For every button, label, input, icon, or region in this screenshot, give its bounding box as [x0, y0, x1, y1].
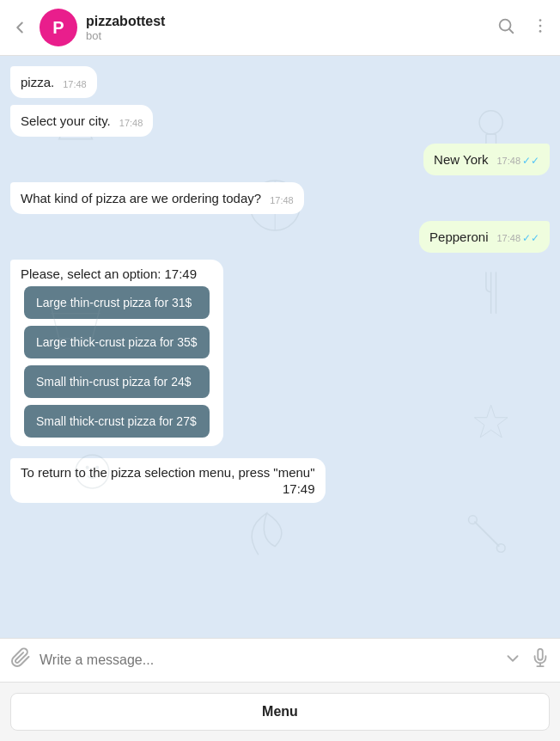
message-text: pizza.	[21, 73, 54, 91]
options-message-row: Please, select an option: 17:49 Large th…	[10, 260, 550, 451]
svg-point-2	[539, 19, 542, 21]
received-bubble: What kind of pizza are we ordering today…	[10, 182, 304, 214]
svg-point-4	[539, 30, 542, 33]
return-message-row: To return to the pizza selection menu, p…	[10, 458, 550, 510]
svg-point-19	[496, 544, 505, 553]
avatar: P	[40, 9, 77, 46]
search-icon[interactable]	[496, 16, 515, 40]
message-input[interactable]	[40, 652, 495, 668]
message-input-area	[0, 638, 560, 682]
menu-bar: Menu	[0, 682, 560, 741]
message-time: 17:48	[270, 194, 294, 207]
svg-point-18	[469, 516, 478, 524]
options-block: Please, select an option: 17:49 Large th…	[10, 260, 223, 446]
sent-bubble: New York 17:48 ✓✓	[423, 144, 550, 175]
chat-messages: pizza. 17:48 Select your city. 17:48 New…	[0, 56, 560, 638]
message-text: What kind of pizza are we ordering today…	[21, 189, 261, 207]
options-header-text: Please, select an option:	[21, 266, 161, 281]
message-text: New York	[434, 150, 488, 168]
read-checkmarks: ✓✓	[522, 231, 539, 246]
option-button-2[interactable]: Large thick-crust pizza for 35$	[24, 326, 210, 358]
back-button[interactable]	[10, 18, 29, 37]
svg-point-0	[500, 19, 511, 30]
received-bubble: Select your city. 17:48	[10, 105, 153, 137]
contact-subtitle: bot	[86, 29, 496, 42]
message-time: 17:48 ✓✓	[496, 154, 539, 168]
message-time: 17:48	[63, 78, 87, 91]
return-message-text: To return to the pizza selection menu, p…	[21, 465, 315, 480]
contact-name: pizzabottest	[86, 14, 496, 29]
options-buttons: Large thin-crust pizza for 31$ Large thi…	[10, 285, 223, 446]
options-header: Please, select an option: 17:49	[10, 260, 223, 285]
sent-bubble: Pepperoni 17:48 ✓✓	[419, 221, 550, 253]
read-checkmarks: ✓✓	[522, 154, 539, 168]
attach-icon[interactable]	[10, 647, 31, 673]
contact-info: pizzabottest bot	[86, 14, 496, 42]
option-button-1[interactable]: Large thin-crust pizza for 31$	[24, 286, 210, 319]
chat-header: P pizzabottest bot	[0, 0, 560, 56]
message-time: 17:48 ✓✓	[496, 231, 539, 246]
message-row: Select your city. 17:48	[10, 105, 550, 137]
header-actions	[496, 16, 550, 40]
return-bubble: To return to the pizza selection menu, p…	[10, 458, 326, 503]
message-row: What kind of pizza are we ordering today…	[10, 182, 550, 214]
svg-point-3	[539, 24, 542, 27]
received-bubble: pizza. 17:48	[10, 66, 97, 98]
message-text: Pepperoni	[429, 228, 488, 246]
return-message-time: 17:49	[283, 481, 315, 496]
message-row: New York 17:48 ✓✓	[10, 144, 550, 175]
menu-button[interactable]: Menu	[10, 693, 550, 731]
mic-icon[interactable]	[531, 648, 550, 672]
svg-line-1	[509, 29, 513, 33]
option-button-3[interactable]: Small thin-crust pizza for 24$	[24, 365, 210, 398]
option-button-4[interactable]: Small thick-crust pizza for 27$	[24, 405, 210, 438]
options-time: 17:49	[164, 266, 197, 281]
chevron-down-icon[interactable]	[503, 649, 522, 672]
more-icon[interactable]	[531, 16, 550, 40]
message-time: 17:48	[119, 117, 143, 130]
message-row: Pepperoni 17:48 ✓✓	[10, 221, 550, 253]
message-text: Select your city.	[21, 112, 111, 130]
message-row: pizza. 17:48	[10, 66, 550, 98]
